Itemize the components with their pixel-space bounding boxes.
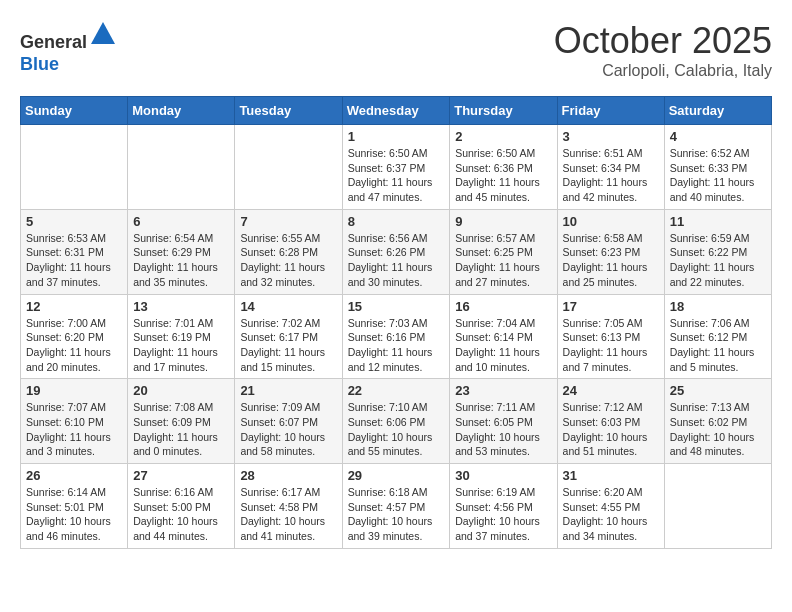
day-header-friday: Friday [557,97,664,125]
calendar-cell: 9Sunrise: 6:57 AM Sunset: 6:25 PM Daylig… [450,209,557,294]
day-info: Sunrise: 7:03 AM Sunset: 6:16 PM Dayligh… [348,316,445,375]
calendar-week-row: 1Sunrise: 6:50 AM Sunset: 6:37 PM Daylig… [21,125,772,210]
day-number: 10 [563,214,659,229]
day-info: Sunrise: 6:57 AM Sunset: 6:25 PM Dayligh… [455,231,551,290]
calendar-cell: 22Sunrise: 7:10 AM Sunset: 6:06 PM Dayli… [342,379,450,464]
calendar-cell: 13Sunrise: 7:01 AM Sunset: 6:19 PM Dayli… [128,294,235,379]
day-info: Sunrise: 6:16 AM Sunset: 5:00 PM Dayligh… [133,485,229,544]
calendar-cell: 25Sunrise: 7:13 AM Sunset: 6:02 PM Dayli… [664,379,771,464]
day-number: 12 [26,299,122,314]
logo-icon [89,20,117,48]
day-number: 18 [670,299,766,314]
calendar-cell: 4Sunrise: 6:52 AM Sunset: 6:33 PM Daylig… [664,125,771,210]
calendar-cell [664,464,771,549]
calendar-cell: 10Sunrise: 6:58 AM Sunset: 6:23 PM Dayli… [557,209,664,294]
calendar-cell: 16Sunrise: 7:04 AM Sunset: 6:14 PM Dayli… [450,294,557,379]
calendar-cell: 11Sunrise: 6:59 AM Sunset: 6:22 PM Dayli… [664,209,771,294]
calendar-cell: 2Sunrise: 6:50 AM Sunset: 6:36 PM Daylig… [450,125,557,210]
day-info: Sunrise: 7:08 AM Sunset: 6:09 PM Dayligh… [133,400,229,459]
day-number: 5 [26,214,122,229]
title-block: October 2025 Carlopoli, Calabria, Italy [554,20,772,80]
day-header-monday: Monday [128,97,235,125]
calendar-cell: 18Sunrise: 7:06 AM Sunset: 6:12 PM Dayli… [664,294,771,379]
day-info: Sunrise: 6:19 AM Sunset: 4:56 PM Dayligh… [455,485,551,544]
day-number: 19 [26,383,122,398]
calendar-week-row: 26Sunrise: 6:14 AM Sunset: 5:01 PM Dayli… [21,464,772,549]
calendar-cell: 23Sunrise: 7:11 AM Sunset: 6:05 PM Dayli… [450,379,557,464]
day-number: 16 [455,299,551,314]
day-number: 6 [133,214,229,229]
day-number: 2 [455,129,551,144]
day-number: 8 [348,214,445,229]
calendar-cell [21,125,128,210]
day-number: 29 [348,468,445,483]
calendar-header-row: SundayMondayTuesdayWednesdayThursdayFrid… [21,97,772,125]
day-info: Sunrise: 6:53 AM Sunset: 6:31 PM Dayligh… [26,231,122,290]
day-number: 17 [563,299,659,314]
day-info: Sunrise: 7:04 AM Sunset: 6:14 PM Dayligh… [455,316,551,375]
day-number: 21 [240,383,336,398]
svg-marker-0 [91,22,115,44]
day-number: 7 [240,214,336,229]
day-info: Sunrise: 6:59 AM Sunset: 6:22 PM Dayligh… [670,231,766,290]
day-number: 25 [670,383,766,398]
day-info: Sunrise: 6:55 AM Sunset: 6:28 PM Dayligh… [240,231,336,290]
day-number: 31 [563,468,659,483]
day-number: 30 [455,468,551,483]
day-number: 14 [240,299,336,314]
logo-general: General [20,32,87,52]
calendar-cell: 8Sunrise: 6:56 AM Sunset: 6:26 PM Daylig… [342,209,450,294]
day-number: 24 [563,383,659,398]
day-number: 13 [133,299,229,314]
calendar-cell: 1Sunrise: 6:50 AM Sunset: 6:37 PM Daylig… [342,125,450,210]
day-number: 4 [670,129,766,144]
day-header-thursday: Thursday [450,97,557,125]
location-subtitle: Carlopoli, Calabria, Italy [554,62,772,80]
day-number: 9 [455,214,551,229]
day-header-saturday: Saturday [664,97,771,125]
calendar-cell: 7Sunrise: 6:55 AM Sunset: 6:28 PM Daylig… [235,209,342,294]
calendar-table: SundayMondayTuesdayWednesdayThursdayFrid… [20,96,772,549]
day-number: 20 [133,383,229,398]
day-header-sunday: Sunday [21,97,128,125]
day-info: Sunrise: 7:07 AM Sunset: 6:10 PM Dayligh… [26,400,122,459]
day-number: 28 [240,468,336,483]
day-number: 23 [455,383,551,398]
page-header: General Blue October 2025 Carlopoli, Cal… [20,20,772,80]
calendar-week-row: 19Sunrise: 7:07 AM Sunset: 6:10 PM Dayli… [21,379,772,464]
calendar-cell: 26Sunrise: 6:14 AM Sunset: 5:01 PM Dayli… [21,464,128,549]
logo: General Blue [20,20,117,75]
calendar-cell: 3Sunrise: 6:51 AM Sunset: 6:34 PM Daylig… [557,125,664,210]
day-number: 3 [563,129,659,144]
calendar-cell: 27Sunrise: 6:16 AM Sunset: 5:00 PM Dayli… [128,464,235,549]
calendar-cell [128,125,235,210]
day-info: Sunrise: 7:01 AM Sunset: 6:19 PM Dayligh… [133,316,229,375]
calendar-cell: 24Sunrise: 7:12 AM Sunset: 6:03 PM Dayli… [557,379,664,464]
day-info: Sunrise: 7:00 AM Sunset: 6:20 PM Dayligh… [26,316,122,375]
day-info: Sunrise: 7:06 AM Sunset: 6:12 PM Dayligh… [670,316,766,375]
day-info: Sunrise: 7:11 AM Sunset: 6:05 PM Dayligh… [455,400,551,459]
day-header-tuesday: Tuesday [235,97,342,125]
calendar-week-row: 5Sunrise: 6:53 AM Sunset: 6:31 PM Daylig… [21,209,772,294]
day-info: Sunrise: 6:54 AM Sunset: 6:29 PM Dayligh… [133,231,229,290]
logo-blue: Blue [20,54,59,74]
month-title: October 2025 [554,20,772,62]
calendar-cell [235,125,342,210]
day-info: Sunrise: 7:12 AM Sunset: 6:03 PM Dayligh… [563,400,659,459]
day-info: Sunrise: 6:56 AM Sunset: 6:26 PM Dayligh… [348,231,445,290]
calendar-cell: 17Sunrise: 7:05 AM Sunset: 6:13 PM Dayli… [557,294,664,379]
day-number: 27 [133,468,229,483]
day-number: 22 [348,383,445,398]
calendar-cell: 6Sunrise: 6:54 AM Sunset: 6:29 PM Daylig… [128,209,235,294]
day-info: Sunrise: 6:52 AM Sunset: 6:33 PM Dayligh… [670,146,766,205]
day-info: Sunrise: 7:02 AM Sunset: 6:17 PM Dayligh… [240,316,336,375]
calendar-cell: 20Sunrise: 7:08 AM Sunset: 6:09 PM Dayli… [128,379,235,464]
day-header-wednesday: Wednesday [342,97,450,125]
calendar-cell: 21Sunrise: 7:09 AM Sunset: 6:07 PM Dayli… [235,379,342,464]
day-number: 11 [670,214,766,229]
calendar-cell: 15Sunrise: 7:03 AM Sunset: 6:16 PM Dayli… [342,294,450,379]
calendar-cell: 29Sunrise: 6:18 AM Sunset: 4:57 PM Dayli… [342,464,450,549]
day-info: Sunrise: 6:14 AM Sunset: 5:01 PM Dayligh… [26,485,122,544]
day-info: Sunrise: 7:13 AM Sunset: 6:02 PM Dayligh… [670,400,766,459]
calendar-cell: 5Sunrise: 6:53 AM Sunset: 6:31 PM Daylig… [21,209,128,294]
